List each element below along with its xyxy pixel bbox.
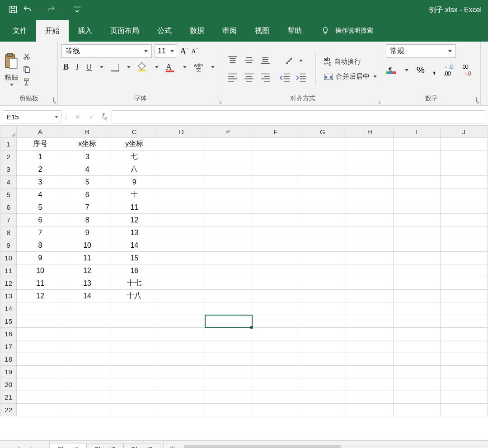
underline-button[interactable]: U xyxy=(86,62,92,72)
cell[interactable] xyxy=(346,264,393,277)
cell[interactable] xyxy=(346,340,393,353)
cell[interactable]: 十八 xyxy=(111,290,158,302)
cell[interactable] xyxy=(299,353,346,366)
cell[interactable] xyxy=(17,353,64,366)
cell[interactable] xyxy=(64,302,111,315)
column-header[interactable]: B xyxy=(64,126,111,138)
cell[interactable] xyxy=(111,328,158,340)
undo-dropdown-icon[interactable] xyxy=(38,9,42,11)
borders-icon[interactable] xyxy=(111,64,119,71)
name-box[interactable]: E15 xyxy=(3,110,61,123)
cell[interactable] xyxy=(64,391,111,404)
cell[interactable] xyxy=(252,302,299,315)
orientation-dropdown-icon[interactable] xyxy=(299,60,303,62)
cell[interactable] xyxy=(346,151,393,163)
cell[interactable] xyxy=(393,201,440,214)
cell[interactable] xyxy=(299,277,346,290)
cell[interactable] xyxy=(205,290,252,302)
cell[interactable]: 8 xyxy=(17,239,64,252)
column-header[interactable]: G xyxy=(299,126,346,138)
accounting-format-icon[interactable] xyxy=(386,66,396,74)
cell[interactable]: 6 xyxy=(64,189,111,201)
cell[interactable]: 5 xyxy=(64,176,111,189)
cell[interactable] xyxy=(205,391,252,404)
cell[interactable] xyxy=(17,302,64,315)
cell[interactable] xyxy=(393,277,440,290)
fill-color-icon[interactable] xyxy=(138,63,147,71)
cell[interactable] xyxy=(299,264,346,277)
cell[interactable] xyxy=(158,264,205,277)
fill-dropdown-icon[interactable] xyxy=(155,66,159,68)
cell[interactable] xyxy=(440,340,487,353)
select-all-corner[interactable] xyxy=(0,126,17,138)
cell[interactable] xyxy=(252,138,299,151)
cell[interactable] xyxy=(158,138,205,151)
row-header[interactable]: 10 xyxy=(0,252,17,264)
cell[interactable] xyxy=(393,353,440,366)
borders-dropdown-icon[interactable] xyxy=(127,66,131,68)
cell[interactable] xyxy=(158,378,205,391)
cell[interactable] xyxy=(252,404,299,416)
cell[interactable] xyxy=(346,277,393,290)
tab-review[interactable]: 审阅 xyxy=(213,20,246,42)
align-center-icon[interactable] xyxy=(243,72,255,83)
row-header[interactable]: 19 xyxy=(0,366,17,378)
insert-function-icon[interactable]: fx xyxy=(102,112,107,122)
cell[interactable] xyxy=(440,176,487,189)
cell[interactable] xyxy=(205,353,252,366)
row-header[interactable]: 14 xyxy=(0,302,17,315)
row-header[interactable]: 18 xyxy=(0,353,17,366)
cell[interactable] xyxy=(252,252,299,264)
cell[interactable] xyxy=(64,378,111,391)
cell[interactable] xyxy=(299,290,346,302)
italic-button[interactable]: I xyxy=(76,62,79,72)
cell[interactable] xyxy=(440,138,487,151)
cell[interactable] xyxy=(393,366,440,378)
cell[interactable] xyxy=(440,302,487,315)
next-sheet-icon[interactable]: ▶ xyxy=(30,445,35,448)
cell[interactable] xyxy=(158,353,205,366)
cell[interactable] xyxy=(440,378,487,391)
align-bottom-icon[interactable] xyxy=(259,55,271,66)
cell[interactable] xyxy=(346,189,393,201)
cell[interactable] xyxy=(299,239,346,252)
cell[interactable] xyxy=(299,404,346,416)
cell[interactable]: 序号 xyxy=(17,138,64,151)
cell[interactable] xyxy=(64,366,111,378)
sheet-tab-2[interactable]: Sheet2 xyxy=(87,443,124,448)
cell[interactable] xyxy=(252,340,299,353)
cell[interactable] xyxy=(252,214,299,226)
cell[interactable] xyxy=(111,302,158,315)
row-header[interactable]: 7 xyxy=(0,214,17,226)
cell[interactable] xyxy=(252,226,299,239)
cell[interactable] xyxy=(205,277,252,290)
tab-formulas[interactable]: 公式 xyxy=(148,20,181,42)
cell[interactable] xyxy=(158,391,205,404)
increase-indent-icon[interactable] xyxy=(296,72,307,83)
paste-dropdown-icon[interactable] xyxy=(10,84,14,86)
cell[interactable] xyxy=(346,378,393,391)
sheet-tab-3[interactable]: Sheet3 xyxy=(123,443,160,448)
cell[interactable] xyxy=(111,353,158,366)
cell[interactable] xyxy=(158,340,205,353)
cell[interactable] xyxy=(158,404,205,416)
cell[interactable] xyxy=(205,378,252,391)
cell[interactable] xyxy=(440,151,487,163)
formula-input[interactable] xyxy=(112,110,485,123)
cell[interactable] xyxy=(158,201,205,214)
percent-button[interactable]: % xyxy=(417,65,425,75)
cell[interactable] xyxy=(158,328,205,340)
cut-icon[interactable] xyxy=(22,52,32,61)
cell[interactable] xyxy=(346,226,393,239)
cell[interactable] xyxy=(64,340,111,353)
phonetic-dropdown-icon[interactable] xyxy=(211,66,215,68)
cell[interactable]: 1 xyxy=(17,151,64,163)
row-header[interactable]: 12 xyxy=(0,277,17,290)
comma-button[interactable]: , xyxy=(433,64,436,76)
cell[interactable]: x坐标 xyxy=(64,138,111,151)
decrease-indent-icon[interactable] xyxy=(279,72,291,83)
font-size-select[interactable]: 11 xyxy=(155,44,177,58)
row-header[interactable]: 1 xyxy=(0,138,17,151)
cell[interactable] xyxy=(17,378,64,391)
cell[interactable] xyxy=(299,315,346,328)
